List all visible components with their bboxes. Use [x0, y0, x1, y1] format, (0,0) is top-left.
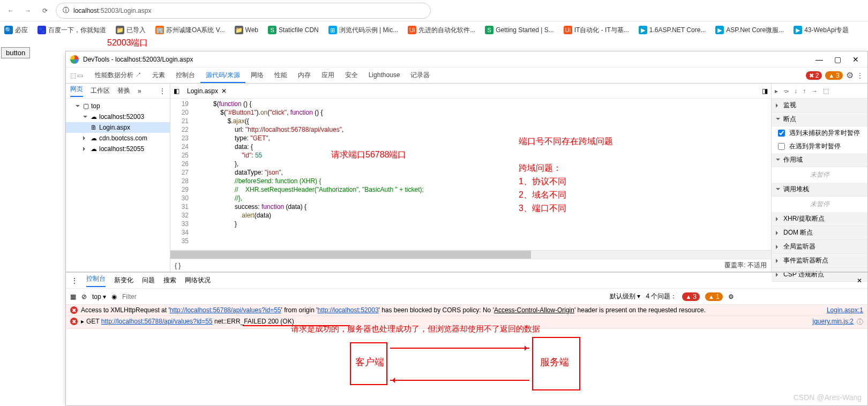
- tree-file-login[interactable]: 🗎 Login.aspx: [66, 122, 170, 133]
- bookmark-item[interactable]: UiIT自动化 - IT与基...: [564, 26, 629, 35]
- bookmark-item[interactable]: ▶1.6ASP.NET Core...: [639, 26, 706, 34]
- file-nav-icon[interactable]: ◧: [174, 87, 179, 95]
- scope-header[interactable]: 作用域: [772, 153, 867, 167]
- bp-uncaught-checkbox[interactable]: [778, 130, 785, 137]
- tree-top[interactable]: ▢ top: [66, 101, 170, 111]
- coverage-label: 覆盖率: 不适用: [724, 261, 767, 270]
- debugger-pane: ▸ ⤼ ↓ ↑ → ⬚ 监视 断点 遇到未捕获的异常时暂停 在遇到异常时暂停 作…: [771, 84, 867, 272]
- bookmark-item[interactable]: Ui先进的自动化软件...: [408, 26, 475, 35]
- global-listener-header[interactable]: 全局监听器: [772, 240, 867, 254]
- close-tab-icon[interactable]: ✕: [221, 87, 227, 95]
- bookmark-item[interactable]: 🏢苏州诚隆OA系统 V...: [155, 26, 225, 35]
- close-button[interactable]: ✕: [848, 54, 863, 65]
- tab-more[interactable]: »: [138, 87, 141, 95]
- devtools-tab[interactable]: 性能: [269, 68, 293, 82]
- page-button[interactable]: button: [1, 47, 30, 58]
- tab-page[interactable]: 网页: [70, 85, 83, 97]
- bookmark-item[interactable]: ▶ASP.Net Core微服...: [715, 26, 784, 35]
- tab-overrides[interactable]: 替换: [117, 86, 130, 95]
- issues-error-badge[interactable]: ▲ 3: [682, 292, 700, 301]
- url-bar[interactable]: ⓘ localhost:52003/Login.aspx: [56, 3, 431, 19]
- bookmark-item[interactable]: 🔍必应: [4, 26, 28, 35]
- devtools-tab[interactable]: 网络: [245, 68, 269, 82]
- deactivate-bp-icon[interactable]: ⬚: [823, 87, 829, 95]
- event-bp-header[interactable]: 事件监听器断点: [772, 254, 867, 268]
- resume-icon[interactable]: ▸: [775, 87, 778, 95]
- bookmark-item[interactable]: ⊞浏览代码示例 | Mic...: [328, 26, 398, 35]
- console-sidebar-icon[interactable]: ▦: [70, 293, 76, 300]
- tree-host-52003[interactable]: ☁ localhost:52003: [66, 111, 170, 122]
- dom-bp-header[interactable]: DOM 断点: [772, 226, 867, 240]
- tab-network-cond[interactable]: 网络状况: [185, 276, 211, 285]
- callstack-header[interactable]: 调用堆栈: [772, 183, 867, 197]
- bookmark-item[interactable]: ▶43-WebApi专题: [794, 26, 849, 35]
- console-filter-input[interactable]: [122, 293, 604, 300]
- forward-button[interactable]: →: [21, 4, 34, 17]
- watch-header[interactable]: 监视: [772, 99, 867, 112]
- scope-empty: 未暂停: [772, 167, 867, 183]
- error-count-badge[interactable]: ✖ 2: [806, 71, 822, 80]
- bookmark-item[interactable]: SGetting Started | S...: [485, 26, 554, 34]
- maximize-button[interactable]: ▢: [830, 54, 845, 65]
- tab-console[interactable]: 控制台: [86, 274, 106, 287]
- tree-host-cdn[interactable]: ☁ cdn.bootcss.com: [66, 133, 170, 144]
- warning-count-badge[interactable]: ▲ 3: [825, 71, 843, 80]
- step-over-icon[interactable]: ⤼: [783, 87, 789, 95]
- devtools-tab[interactable]: Lighthouse: [363, 68, 406, 82]
- code-area[interactable]: 1920212223242526272829303132333435 $(fun…: [170, 99, 771, 250]
- bookmark-item[interactable]: 🐾百度一下，你就知道: [38, 26, 106, 35]
- devtools-tab[interactable]: 性能数据分析 ↗: [89, 68, 147, 82]
- context-selector[interactable]: top ▾: [92, 293, 106, 300]
- annotation-underline: [243, 325, 350, 326]
- devtools-tab[interactable]: 控制台: [170, 68, 200, 82]
- issues-label: 4 个问题：: [646, 292, 677, 301]
- editor-more-icon[interactable]: ◨: [762, 87, 768, 95]
- file-tab-login[interactable]: Login.aspx ✕: [184, 85, 230, 97]
- devtools-tab[interactable]: 记录器: [405, 68, 435, 82]
- horizontal-scrollbar[interactable]: [170, 250, 771, 259]
- tab-search[interactable]: 搜索: [163, 276, 176, 285]
- drawer-close-icon[interactable]: ✕: [857, 277, 862, 284]
- callstack-empty: 未暂停: [772, 197, 867, 212]
- site-info-icon[interactable]: ⓘ: [63, 6, 69, 15]
- bookmark-item[interactable]: SStaticfile CDN: [268, 26, 319, 34]
- console-settings-icon[interactable]: ⚙: [728, 293, 734, 300]
- bookmark-item[interactable]: 📁Web: [235, 26, 258, 34]
- inspect-icon[interactable]: ⬚: [70, 72, 76, 79]
- devtools-tab[interactable]: 源代码/来源: [200, 68, 245, 83]
- tree-host-52055[interactable]: ☁ localhost:52055: [66, 144, 170, 154]
- error-icon: ✖: [70, 306, 78, 314]
- sidebar-more-icon[interactable]: ⋮: [159, 87, 166, 95]
- bookmark-item[interactable]: 📁已导入: [116, 26, 146, 35]
- step-icon[interactable]: →: [811, 87, 818, 95]
- devtools-tab[interactable]: 元素: [147, 68, 170, 82]
- issues-warn-badge[interactable]: ▲ 1: [705, 292, 723, 301]
- error-source-link[interactable]: Login.aspx:1: [827, 306, 863, 314]
- annotation-arrow-right: [390, 348, 529, 349]
- tab-workspace[interactable]: 工作区: [91, 86, 110, 95]
- log-level-selector[interactable]: 默认级别 ▾: [610, 292, 640, 301]
- annotation-port: 52003端口: [107, 37, 148, 49]
- tab-whatsnew[interactable]: 新变化: [114, 276, 133, 285]
- devtools-tab[interactable]: 安全: [340, 68, 363, 82]
- devtools-tab[interactable]: 内存: [293, 68, 316, 82]
- tab-issues[interactable]: 问题: [142, 276, 155, 285]
- error-source-link-2[interactable]: jquery.min.js:2: [813, 318, 854, 327]
- settings-icon[interactable]: ⚙: [846, 70, 854, 80]
- bp-caught-checkbox[interactable]: [778, 143, 785, 150]
- device-icon[interactable]: ▭: [77, 72, 83, 79]
- more-icon[interactable]: ⋮: [857, 72, 863, 79]
- live-expr-icon[interactable]: ◉: [111, 293, 117, 300]
- console-output[interactable]: ✖ Access to XMLHttpRequest at 'http://lo…: [66, 305, 867, 405]
- step-out-icon[interactable]: ↑: [803, 87, 806, 95]
- step-into-icon[interactable]: ↓: [794, 87, 797, 95]
- breakpoints-header[interactable]: 断点: [772, 112, 867, 126]
- minimize-button[interactable]: —: [812, 54, 827, 65]
- back-button[interactable]: ←: [4, 4, 17, 17]
- devtools-tab[interactable]: 应用: [316, 68, 340, 82]
- drawer-menu-icon[interactable]: ⋮: [71, 277, 78, 284]
- xhr-bp-header[interactable]: XHR/提取断点: [772, 212, 867, 226]
- reload-button[interactable]: ⟳: [39, 4, 51, 17]
- format-icon[interactable]: { }: [175, 262, 181, 269]
- clear-console-icon[interactable]: ⊘: [81, 293, 87, 300]
